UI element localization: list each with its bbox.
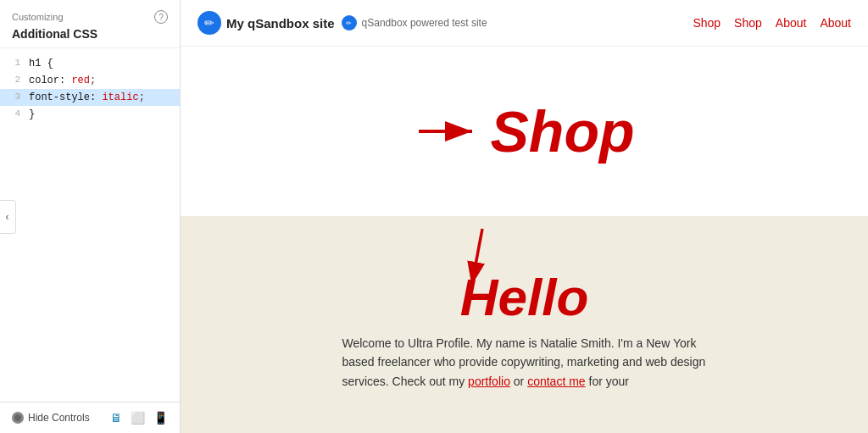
site-tagline: qSandbox powered test site (362, 17, 487, 29)
hero-section: Shop (181, 47, 868, 216)
logo-icon: ✏ (198, 11, 221, 35)
preview-area: ✏ My qSandbox site ✏ qSandbox powered te… (181, 0, 868, 433)
site-edit-icon: ✏ (342, 15, 357, 31)
panel-title: Additional CSS (12, 27, 168, 41)
svg-line-4 (474, 229, 482, 274)
device-icons: 🖥 ⬜ 📱 (110, 411, 168, 425)
code-line-4: 4 } (0, 106, 180, 123)
line-number: 2 (7, 73, 20, 87)
css-editor[interactable]: 1 h1 { 2 color: red; 3 font-style: itali… (0, 48, 180, 402)
hide-controls-button[interactable]: Hide Controls (12, 412, 90, 424)
nav-about-1[interactable]: About (776, 16, 807, 30)
site-logo[interactable]: ✏ My qSandbox site ✏ (198, 11, 357, 35)
site-content: Shop Hello Welcome to Ultra Profile. My … (181, 47, 868, 433)
panel-header: Customizing ? Additional CSS (0, 0, 180, 48)
desktop-icon[interactable]: 🖥 (110, 411, 122, 425)
code-line-1: 1 h1 { (0, 55, 180, 72)
nav-shop-1[interactable]: Shop (693, 16, 721, 30)
hide-controls-label: Hide Controls (28, 412, 90, 424)
hero-content: Shop (415, 103, 635, 160)
code-text: color: red; (29, 73, 96, 88)
hide-icon (12, 412, 24, 424)
svg-point-0 (14, 414, 21, 421)
code-text: font-style: italic; (29, 90, 145, 105)
line-number: 3 (7, 90, 20, 104)
customizer-panel: ‹ Customizing ? Additional CSS 1 h1 { 2 … (0, 0, 181, 433)
code-text: h1 { (29, 56, 53, 71)
code-line-2: 2 color: red; (0, 72, 180, 89)
site-name: My qSandbox site (226, 16, 335, 31)
help-icon[interactable]: ? (154, 10, 168, 24)
nav-about-2[interactable]: About (820, 16, 851, 30)
code-line-3: 3 font-style: italic; (0, 89, 180, 106)
about-section: Hello Welcome to Ultra Profile. My name … (181, 216, 868, 433)
panel-footer: Hide Controls 🖥 ⬜ 📱 (0, 402, 180, 433)
site-nav: Shop Shop About About (693, 16, 851, 30)
mobile-icon[interactable]: 📱 (153, 411, 168, 425)
contact-link[interactable]: contact me (527, 375, 585, 388)
back-arrow-button[interactable]: ‹ (0, 200, 16, 234)
customizing-label: Customizing (12, 12, 64, 22)
arrow-right-indicator (415, 114, 482, 148)
tablet-icon[interactable]: ⬜ (131, 411, 145, 425)
nav-shop-2[interactable]: Shop (734, 16, 762, 30)
site-header: ✏ My qSandbox site ✏ qSandbox powered te… (181, 0, 868, 47)
line-number: 4 (7, 107, 20, 121)
line-number: 1 (7, 56, 20, 70)
about-body-text: Welcome to Ultra Profile. My name is Nat… (342, 334, 707, 391)
hero-title: Shop (491, 103, 635, 160)
portfolio-link[interactable]: portfolio (468, 375, 510, 388)
code-text: } (29, 107, 35, 122)
about-arrow-indicator (457, 225, 499, 287)
